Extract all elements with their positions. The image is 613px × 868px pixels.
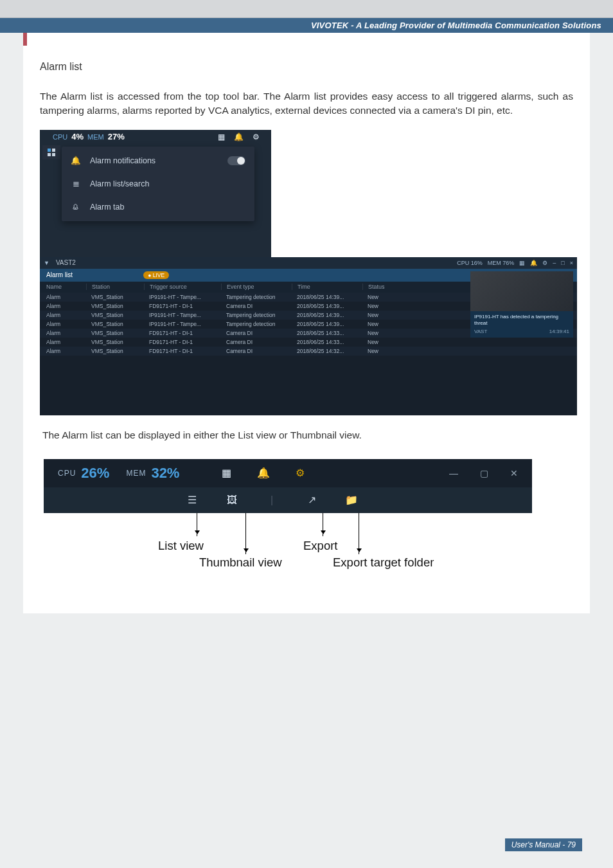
cell-c2: VMS_Station xyxy=(86,321,144,327)
bell-icon[interactable]: 🔔 xyxy=(530,260,537,266)
cpu-label: CPU xyxy=(53,133,67,141)
label-list-view: List view xyxy=(158,539,204,553)
list-view-icon[interactable]: ☰ xyxy=(185,494,199,506)
grid-icon[interactable]: ▦ xyxy=(519,260,525,266)
preview-time: 14:39:41 xyxy=(549,329,569,335)
page-footer: User's Manual - 79 xyxy=(505,838,582,851)
cell-c3: FD9171-HT - DI-1 xyxy=(144,348,221,354)
bell-icon[interactable]: 🔔 xyxy=(257,467,270,479)
app-name: VAST2 xyxy=(56,259,76,266)
mem-percent: 32% xyxy=(151,465,179,482)
col-time[interactable]: Time xyxy=(292,284,362,290)
cpu-percent: 26% xyxy=(81,465,109,482)
col-station[interactable]: Station xyxy=(86,284,144,290)
layout-tile-icon[interactable] xyxy=(42,145,60,159)
cell-c2: VMS_Station xyxy=(86,330,144,336)
window-chrome xyxy=(0,0,613,18)
col-name[interactable]: Name xyxy=(46,284,86,290)
cell-c5: 2018/06/25 14:32... xyxy=(292,348,362,354)
minimize-icon[interactable]: — xyxy=(449,468,458,478)
alarm-tab-icon: 🕭 xyxy=(71,203,81,212)
mem-percent: 27% xyxy=(108,132,125,141)
maximize-icon[interactable]: ▢ xyxy=(480,468,488,478)
gear-icon[interactable]: ⚙ xyxy=(253,132,260,141)
header-banner: VIVOTEK - A Leading Provider of Multimed… xyxy=(0,18,613,33)
table-row[interactable]: AlarmVMS_StationFD9171-HT - DI-1Camera D… xyxy=(40,347,577,356)
cell-c2: VMS_Station xyxy=(86,348,144,354)
arrow-list-view xyxy=(197,513,197,536)
export-icon[interactable]: ↗ xyxy=(305,494,319,506)
app-titlebar: ▼ VAST2 CPU 16% MEM 76% ▦ 🔔 ⚙ – □ × xyxy=(40,257,577,269)
cell-c6: New xyxy=(362,330,401,336)
grid-icon[interactable]: ▦ xyxy=(222,467,231,479)
cell-c6: New xyxy=(362,339,401,345)
page-body: Alarm list The Alarm list is accessed fr… xyxy=(23,33,590,613)
menu-alarm-tab[interactable]: 🕭 Alarm tab xyxy=(62,195,254,219)
cell-c3: IP9191-HT - Tampe... xyxy=(144,321,221,327)
cell-c4: Tampering detection xyxy=(221,321,292,327)
cell-c2: VMS_Station xyxy=(86,294,144,300)
tab-alarm-list[interactable]: Alarm list xyxy=(46,271,73,278)
svg-rect-1 xyxy=(52,149,55,152)
cell-c6: New xyxy=(362,348,401,354)
app-logo: ▼ xyxy=(44,260,49,266)
cell-c1: Alarm xyxy=(46,303,86,309)
live-badge[interactable]: ● LIVE xyxy=(143,271,169,279)
cell-c4: Camera DI xyxy=(221,330,292,336)
thumbnail-view-icon[interactable]: 🖼 xyxy=(225,494,239,506)
grid-icon[interactable]: ▦ xyxy=(218,132,225,141)
cell-c6: New xyxy=(362,303,401,309)
cell-c5: 2018/06/25 14:33... xyxy=(292,339,362,345)
mem-label: MEM xyxy=(126,469,146,478)
cell-c5: 2018/06/25 14:39... xyxy=(292,294,362,300)
cell-c5: 2018/06/25 14:39... xyxy=(292,321,362,327)
alarm-dropdown: 🔔 Alarm notifications ≣ Alarm list/searc… xyxy=(62,147,254,221)
toolbar-top: CPU 26% MEM 32% ▦ 🔔 ⚙ — ▢ ✕ xyxy=(44,459,532,487)
bell-icon[interactable]: 🔔 xyxy=(234,132,244,141)
preview-message: IP9191-HT has detected a tampering threa… xyxy=(474,314,569,327)
gear-icon[interactable]: ⚙ xyxy=(542,260,547,266)
arrow-export xyxy=(323,513,323,536)
svg-rect-3 xyxy=(52,153,55,156)
cell-c5: 2018/06/25 14:39... xyxy=(292,303,362,309)
cpu-percent: 4% xyxy=(71,132,84,141)
preview-source: VAST xyxy=(474,329,487,335)
cell-c2: VMS_Station xyxy=(86,312,144,318)
preview-thumbnail[interactable] xyxy=(470,271,573,311)
screenshot-alarm-list-window: ▼ VAST2 CPU 16% MEM 76% ▦ 🔔 ⚙ – □ × Alar… xyxy=(40,257,577,415)
cpu-status: CPU 16% xyxy=(457,260,483,266)
export-folder-icon[interactable]: 📁 xyxy=(344,494,359,506)
menu-alarm-notifications[interactable]: 🔔 Alarm notifications xyxy=(62,149,254,172)
svg-rect-2 xyxy=(48,153,51,156)
cell-c6: New xyxy=(362,321,401,327)
close-icon[interactable]: × xyxy=(570,260,573,266)
gear-icon[interactable]: ⚙ xyxy=(296,467,305,479)
arrow-export-folder xyxy=(359,513,359,554)
col-trigger-source[interactable]: Trigger source xyxy=(144,284,221,290)
screenshot-dropdown: CPU 4% MEM 27% ▦ 🔔 ⚙ 🔔 Alarm notificatio… xyxy=(40,130,271,258)
notifications-toggle[interactable] xyxy=(227,156,245,165)
section-title: Alarm list xyxy=(40,61,573,73)
cell-c3: IP9191-HT - Tampe... xyxy=(144,294,221,300)
screenshot-toolbar-annotated: CPU 26% MEM 32% ▦ 🔔 ⚙ — ▢ ✕ ☰ 🖼 | ↗ 📁 Li… xyxy=(44,459,532,613)
cell-c6: New xyxy=(362,294,401,300)
cell-c4: Camera DI xyxy=(221,303,292,309)
mem-status: MEM 76% xyxy=(488,260,515,266)
label-export: Export xyxy=(303,539,337,553)
cell-c5: 2018/06/25 14:39... xyxy=(292,312,362,318)
list-search-icon: ≣ xyxy=(71,179,81,188)
close-icon[interactable]: ✕ xyxy=(510,468,518,478)
status-bar: CPU 4% MEM 27% ▦ 🔔 ⚙ xyxy=(40,130,271,144)
menu-alarm-list-search[interactable]: ≣ Alarm list/search xyxy=(62,172,254,195)
cell-c1: Alarm xyxy=(46,321,86,327)
col-event-type[interactable]: Event type xyxy=(221,284,292,290)
label-thumbnail: Thumbnail view xyxy=(199,556,282,570)
table-row[interactable]: AlarmVMS_StationFD9171-HT - DI-1Camera D… xyxy=(40,338,577,347)
cell-c1: Alarm xyxy=(46,330,86,336)
label-export-folder: Export target folder xyxy=(333,556,434,570)
minimize-icon[interactable]: – xyxy=(553,260,556,266)
maximize-icon[interactable]: □ xyxy=(561,260,564,266)
col-status[interactable]: Status xyxy=(362,284,401,290)
cell-c4: Camera DI xyxy=(221,348,292,354)
menu-label: Alarm list/search xyxy=(90,179,149,188)
